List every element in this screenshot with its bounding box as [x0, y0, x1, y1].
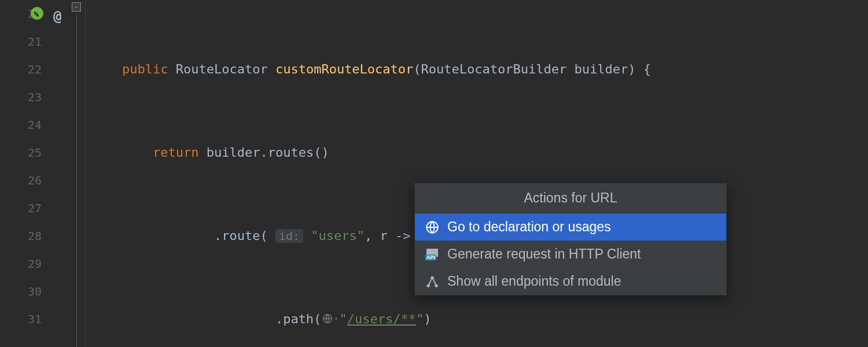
- line-number: 31: [0, 305, 42, 333]
- popup-item-generate-http[interactable]: API Generate request in HTTP Client: [415, 241, 726, 268]
- gutter: @ 20 21 22 23 24 25 26 27 28 29 30 31: [0, 0, 69, 347]
- line-number: 30: [0, 278, 42, 305]
- fold-column: −: [69, 0, 86, 347]
- call: .path(: [275, 312, 321, 326]
- line-number: 22: [0, 56, 42, 83]
- string: ": [416, 312, 424, 326]
- keyword: return: [153, 145, 198, 160]
- fold-toggle-icon[interactable]: −: [72, 2, 81, 12]
- url-inlay-icon[interactable]: ▾: [321, 305, 339, 333]
- parameter-hint: id:: [275, 229, 303, 243]
- punct: ,: [365, 228, 372, 243]
- popup-item-label: Go to declaration or usages: [447, 219, 611, 235]
- endpoints-graph-icon: [425, 275, 439, 289]
- popup-item-label: Generate request in HTTP Client: [447, 246, 641, 262]
- string: ": [340, 312, 347, 326]
- expr: builder.routes(): [207, 145, 329, 160]
- globe-icon: [425, 220, 439, 234]
- string: "users": [311, 228, 365, 243]
- type: RouteLocatorBuilder: [421, 62, 567, 76]
- line-number: 26: [0, 167, 42, 194]
- method-name: customRouteLocator: [275, 62, 413, 76]
- popup-item-label: Show all endpoints of module: [447, 274, 621, 289]
- line-number: 29: [0, 250, 42, 278]
- spring-bean-icon[interactable]: [30, 2, 44, 16]
- line-number: 23: [0, 83, 42, 111]
- api-file-icon: API: [425, 248, 439, 261]
- line-number: 21: [0, 28, 42, 56]
- chevron-down-icon: ▾: [334, 305, 338, 333]
- punct: ): [424, 312, 431, 326]
- line-number: 25: [0, 139, 42, 167]
- code-line[interactable]: public RouteLocator customRouteLocator(R…: [91, 56, 651, 83]
- line-number: 24: [0, 111, 42, 139]
- fold-guide: [76, 14, 77, 347]
- line-number: 27: [0, 194, 42, 222]
- param: builder: [575, 62, 628, 76]
- url-path[interactable]: /users/**: [347, 312, 416, 326]
- punct: ) {: [628, 62, 651, 76]
- call: .route(: [214, 228, 268, 243]
- annotation-icon[interactable]: @: [53, 2, 61, 30]
- code-line[interactable]: .path(▾"/users/**"): [91, 305, 651, 333]
- line-number: [0, 333, 42, 347]
- actions-popup: Actions for URL Go to declaration or usa…: [414, 183, 727, 296]
- keyword: public: [122, 62, 168, 76]
- popup-item-show-endpoints[interactable]: Show all endpoints of module: [415, 268, 726, 295]
- punct: (: [413, 62, 421, 76]
- type: RouteLocator: [176, 62, 268, 76]
- popup-title: Actions for URL: [415, 183, 726, 213]
- line-number: 28: [0, 222, 42, 250]
- code-line[interactable]: return builder.routes(): [91, 139, 651, 167]
- popup-item-go-to-declaration[interactable]: Go to declaration or usages: [415, 213, 726, 241]
